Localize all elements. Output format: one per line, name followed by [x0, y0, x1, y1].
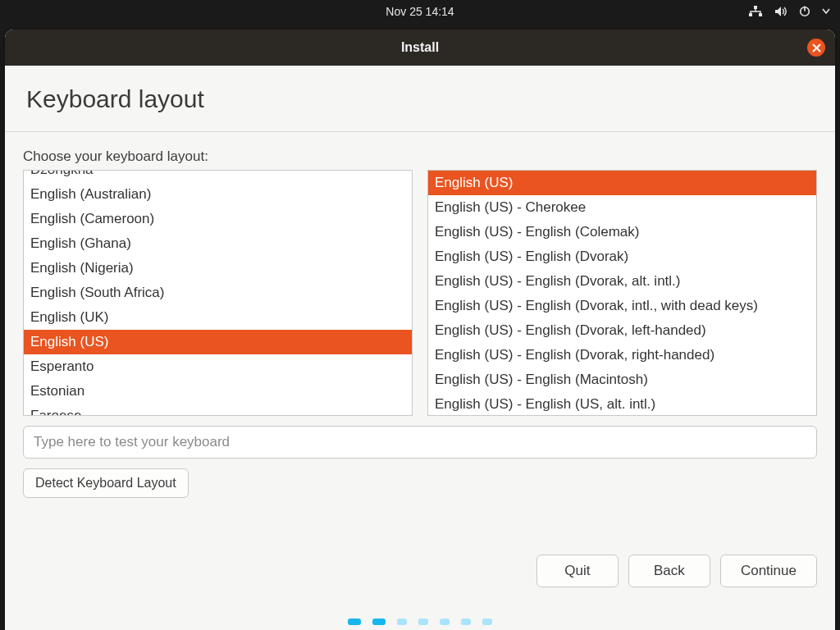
- chevron-down-icon[interactable]: [822, 8, 830, 15]
- clock-label: Nov 25 14:14: [386, 5, 454, 18]
- choose-layout-prompt: Choose your keyboard layout:: [23, 148, 817, 165]
- list-item[interactable]: Esperanto: [24, 354, 412, 379]
- close-button[interactable]: [807, 39, 825, 57]
- keyboard-test-input[interactable]: [23, 426, 817, 459]
- list-item[interactable]: English (South Africa): [24, 281, 412, 305]
- progress-dot: [440, 619, 450, 625]
- progress-dot: [482, 619, 492, 625]
- svg-rect-1: [749, 13, 752, 16]
- list-item[interactable]: English (US) - English (Dvorak, alt. int…: [428, 269, 816, 294]
- layout-variant-list[interactable]: English (US)English (US) - CherokeeEngli…: [427, 170, 817, 416]
- progress-dot: [348, 619, 361, 625]
- list-item[interactable]: English (US) - Cherokee: [428, 195, 816, 220]
- svg-rect-0: [754, 6, 757, 9]
- list-item[interactable]: English (US) - English (Dvorak, intl., w…: [428, 294, 816, 318]
- window-title: Install: [401, 40, 439, 55]
- list-item[interactable]: English (US): [428, 171, 816, 195]
- panel-right: [748, 0, 830, 23]
- svg-rect-2: [759, 13, 762, 16]
- list-item[interactable]: English (US) - English (Dvorak, right-ha…: [428, 343, 816, 368]
- network-icon[interactable]: [748, 6, 763, 17]
- footer-button-row: Quit Back Continue: [536, 555, 817, 587]
- progress-dots: [348, 619, 492, 625]
- installer-content: Keyboard layout Choose your keyboard lay…: [5, 66, 835, 630]
- svg-rect-4: [804, 7, 806, 11]
- page-title: Keyboard layout: [5, 66, 835, 131]
- layout-language-list[interactable]: DzongkhaEnglish (Australian)English (Cam…: [23, 170, 413, 416]
- list-item[interactable]: English (US) - English (Macintosh): [428, 368, 816, 392]
- list-item[interactable]: English (US) - English (Colemak): [428, 220, 816, 244]
- progress-dot: [461, 619, 471, 625]
- installer-window: Install Keyboard layout Choose your keyb…: [5, 30, 835, 630]
- list-item[interactable]: English (US): [24, 330, 412, 354]
- list-item[interactable]: English (US) - English (Dvorak, left-han…: [428, 318, 816, 343]
- detect-keyboard-button[interactable]: Detect Keyboard Layout: [23, 468, 189, 498]
- list-item[interactable]: Estonian: [24, 379, 412, 404]
- progress-dot: [418, 619, 428, 625]
- list-item[interactable]: English (Cameroon): [24, 207, 412, 231]
- list-item[interactable]: Faroese: [24, 404, 412, 416]
- list-item[interactable]: Dzongkha: [24, 170, 412, 182]
- list-item[interactable]: English (US) - English (US, alt. intl.): [428, 392, 816, 416]
- quit-button[interactable]: Quit: [536, 555, 619, 587]
- installer-body: Choose your keyboard layout: DzongkhaEng…: [5, 132, 835, 498]
- titlebar: Install: [5, 30, 835, 66]
- list-item[interactable]: English (UK): [24, 305, 412, 330]
- progress-dot: [372, 619, 386, 625]
- gnome-top-panel: Nov 25 14:14: [0, 0, 840, 23]
- progress-dot: [397, 619, 407, 625]
- list-item[interactable]: English (Australian): [24, 182, 412, 207]
- list-item[interactable]: English (Nigeria): [24, 256, 412, 281]
- back-button[interactable]: Back: [628, 555, 710, 587]
- power-icon[interactable]: [799, 6, 810, 17]
- list-item[interactable]: English (Ghana): [24, 231, 412, 256]
- list-item[interactable]: English (US) - English (Dvorak): [428, 244, 816, 269]
- continue-button[interactable]: Continue: [720, 555, 817, 587]
- layout-lists-row: DzongkhaEnglish (Australian)English (Cam…: [23, 170, 817, 416]
- volume-icon[interactable]: [774, 6, 788, 17]
